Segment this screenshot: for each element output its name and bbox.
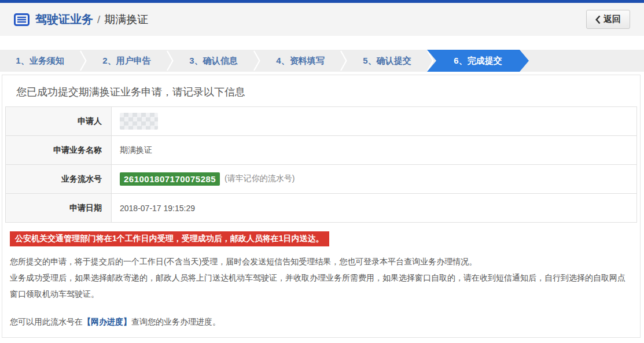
step-tab-4: 4、资料填写	[260, 50, 340, 72]
application-info-table: 申请人 申请业务名称 期满换证 业务流水号 261001807170075285…	[5, 106, 637, 223]
step-tab-5: 5、确认提交	[347, 50, 427, 72]
row-label-business-name: 申请业务名称	[6, 136, 112, 165]
breadcrumb-separator: /	[97, 13, 100, 26]
step-tab-6-active: 6、完成提交	[427, 50, 529, 72]
processing-alert-banner: 公安机关交通管理部门将在1个工作日内受理，受理成功后，邮政人员将在1日内送达。	[10, 231, 329, 246]
step-separator-icon	[340, 50, 347, 72]
hint-suffix: 查询您的业务办理进度。	[131, 317, 220, 326]
back-button-label: 返回	[603, 14, 621, 25]
chevron-left-icon	[595, 15, 601, 24]
result-panel: 您已成功提交期满换证业务申请，请记录以下信息 申请人 申请业务名称 期满换证 业…	[2, 75, 641, 338]
table-row: 申请业务名称 期满换证	[6, 136, 637, 165]
page-title: 驾驶证业务	[35, 12, 93, 27]
progress-query-hint: 您可以用此流水号在【网办进度】查询您的业务办理进度。	[10, 317, 632, 327]
table-row: 申请人	[6, 107, 637, 136]
redacted-applicant-name	[120, 113, 158, 130]
serial-number-note: (请牢记你的流水号)	[225, 174, 295, 183]
instruction-paragraph: 您所提交的申请，将于提交后的一个工作日(不含当天)受理，届时会发送短信告知受理结…	[10, 253, 632, 270]
success-message: 您已成功提交期满换证业务申请，请记录以下信息	[16, 85, 638, 99]
row-label-serial-number: 业务流水号	[6, 165, 112, 194]
business-name-value: 期满换证	[112, 136, 637, 165]
step-bar-filler	[529, 50, 644, 72]
page-header: 驾驶证业务 / 期满换证 返回	[0, 3, 644, 36]
step-tab-1: 1、业务须知	[0, 50, 80, 72]
step-separator-icon	[167, 50, 174, 72]
step-separator-icon	[80, 50, 87, 72]
list-icon	[14, 13, 30, 26]
step-progress-bar: 1、业务须知 2、用户申告 3、确认信息 4、资料填写 5、确认提交 6、完成提…	[0, 50, 644, 72]
progress-link[interactable]: 【网办进度】	[83, 317, 131, 326]
table-row: 业务流水号 261001807170075285 (请牢记你的流水号)	[6, 165, 637, 194]
table-row: 申请日期 2018-07-17 19:15:29	[6, 194, 637, 223]
serial-number-badge: 261001807170075285	[120, 172, 220, 186]
apply-date-value: 2018-07-17 19:15:29	[112, 194, 637, 223]
row-label-apply-date: 申请日期	[6, 194, 112, 223]
step-separator-icon	[253, 50, 260, 72]
row-label-applicant: 申请人	[6, 107, 112, 136]
step-tab-2: 2、用户申告	[87, 50, 167, 72]
hint-prefix: 您可以用此流水号在	[10, 317, 83, 326]
instructions-text: 您所提交的申请，将于提交后的一个工作日(不含当天)受理，届时会发送短信告知受理结…	[10, 253, 632, 302]
breadcrumb-current: 期满换证	[104, 12, 148, 27]
instruction-paragraph: 业务成功受理后，如果选择邮政寄递的，邮政人员将上门送达机动车驾驶证，并收取办理业…	[10, 270, 632, 302]
step-tab-3: 3、确认信息	[174, 50, 253, 72]
back-button[interactable]: 返回	[586, 10, 630, 29]
